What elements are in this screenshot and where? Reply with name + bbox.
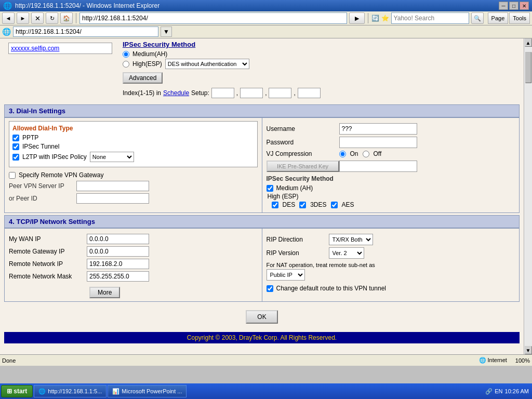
stop-button[interactable]: ✕	[31, 12, 44, 24]
internet-zone-icon: 🌐 Internet	[479, 357, 507, 364]
medium-ah-radio[interactable]	[123, 51, 129, 58]
selfip-input[interactable]: xxxxxx.selfip.com	[8, 43, 112, 54]
address-go-button[interactable]: ▶	[349, 12, 365, 24]
rip-direction-select[interactable]: TX/RX Both TX Only RX Only Disable	[329, 234, 373, 245]
vj-radio-group: On Off	[339, 150, 382, 157]
dropdown-arrow[interactable]: ▼	[161, 26, 172, 37]
more-button[interactable]: More	[89, 287, 120, 298]
change-route-checkbox[interactable]	[267, 285, 273, 292]
browser-title: http://192.168.1.1:5204/ - Windows Inter…	[15, 2, 159, 9]
forward-button[interactable]: ►	[17, 12, 29, 24]
start-button[interactable]: ⊞ start	[1, 385, 33, 397]
address-bar[interactable]: http://192.168.1.1:5204/	[79, 12, 347, 24]
des-label: DES	[283, 201, 296, 208]
change-route-label: Change default route to this VPN tunnel	[276, 285, 386, 292]
dial-in-right: Username ??? Password VJ Compression On	[262, 118, 520, 212]
home-button[interactable]: 🏠	[60, 12, 73, 24]
taskbar-right: 🔗 EN 10:26 AM	[485, 388, 531, 395]
links-bar: 🌐 ▼	[0, 25, 532, 38]
page-button[interactable]: Page	[488, 12, 509, 24]
tcpip-left: My WAN IP 0.0.0.0 Remote Gateway IP 0.0.…	[5, 229, 262, 301]
schedule-input-2[interactable]	[240, 88, 263, 98]
ie-icon: 🌐	[3, 2, 12, 10]
remote-gateway-row: Remote Gateway IP 0.0.0.0	[9, 246, 258, 257]
close-button[interactable]: ✕	[520, 2, 529, 10]
ike-input[interactable]	[339, 161, 417, 172]
refresh-icon: 🔄	[371, 15, 379, 22]
schedule-input-4[interactable]	[298, 88, 321, 98]
rip-version-select[interactable]: Ver. 2 Ver. 1 Ver. 1&2	[329, 247, 364, 259]
taskbar-ppt-item[interactable]: 📊 Microsoft PowerPoint ...	[108, 385, 187, 397]
l2tp-select[interactable]: None Nice to Have Must	[90, 152, 134, 162]
footer-text: Copyright © 2003, DrayTek Corp. All Righ…	[187, 334, 337, 341]
taskbar-ie-item[interactable]: 🌐 http://192.168.1.1:5...	[34, 385, 107, 397]
search-input[interactable]	[391, 12, 469, 24]
medium-ah-dial-checkbox[interactable]	[267, 185, 273, 192]
minimize-button[interactable]: ─	[499, 2, 508, 10]
ppt-taskbar-icon: 📊	[112, 388, 119, 395]
title-bar: 🌐 http://192.168.1.1:5204/ - Windows Int…	[0, 0, 532, 11]
ok-section: OK	[4, 302, 520, 332]
remote-mask-input[interactable]: 255.255.255.0	[87, 271, 149, 282]
taskbar-ie-label: http://192.168.1.1:5...	[48, 388, 102, 394]
start-icon: ⊞	[7, 388, 12, 395]
specify-vpn-label: Specify Remote VPN Gateway	[19, 171, 103, 179]
medium-ah-row: Medium(AH)	[123, 50, 515, 58]
peer-id-label: or Peer ID	[9, 195, 76, 202]
schedule-link[interactable]: Schedule	[163, 89, 189, 97]
scrollbar[interactable]: ▲ ▼	[524, 38, 532, 354]
aes-checkbox[interactable]	[331, 202, 338, 208]
back-button[interactable]: ◄	[2, 12, 15, 24]
esp-select[interactable]: DES without Authentication DES with Auth…	[165, 59, 249, 69]
link-address-bar[interactable]	[13, 26, 158, 37]
dial-in-left: Allowed Dial-In Type PPTP IPSec Tunnel	[5, 118, 262, 212]
vj-off-radio[interactable]	[363, 151, 369, 157]
medium-ah-dial-row: Medium (AH)	[267, 184, 515, 192]
scroll-up-button[interactable]: ▲	[525, 38, 532, 47]
vj-row: VJ Compression On Off	[267, 150, 515, 157]
rip-direction-row: RIP Direction TX/RX Both TX Only RX Only…	[267, 234, 515, 245]
schedule-input-3[interactable]	[269, 88, 291, 98]
scroll-thumb[interactable]	[525, 52, 531, 83]
peer-vpn-label: Peer VPN Server IP	[9, 182, 76, 190]
scroll-down-button[interactable]: ▼	[525, 346, 532, 354]
dial-in-content: Allowed Dial-In Type PPTP IPSec Tunnel	[4, 117, 520, 213]
search-button[interactable]: 🔍	[471, 12, 484, 24]
vj-on-radio[interactable]	[339, 151, 346, 157]
nat-select[interactable]: Public IP Private IP	[267, 269, 305, 281]
wan-ip-row: My WAN IP 0.0.0.0	[9, 234, 258, 244]
aes-label: AES	[342, 201, 354, 208]
ipsec-method-title: IPSec Security Method	[267, 175, 515, 182]
advanced-button[interactable]: Advanced	[123, 72, 163, 84]
ipsec-tunnel-checkbox[interactable]	[12, 143, 19, 150]
refresh-button[interactable]: ↻	[46, 12, 58, 24]
specify-vpn-checkbox[interactable]	[9, 172, 16, 179]
wan-ip-input[interactable]: 0.0.0.0	[87, 234, 149, 244]
peer-vpn-input[interactable]	[76, 181, 149, 191]
remote-network-row: Remote Network IP 192.168.2.0	[9, 259, 258, 269]
ike-preshared-button[interactable]: IKE Pre-Shared Key	[267, 161, 339, 172]
remote-gateway-label: Remote Gateway IP	[9, 248, 87, 255]
schedule-input-1[interactable]	[211, 88, 234, 98]
l2tp-checkbox[interactable]	[12, 154, 19, 161]
password-input[interactable]	[339, 137, 417, 148]
start-label: start	[14, 388, 27, 395]
tcpip-section-header: 4. TCP/IP Network Settings	[4, 215, 520, 228]
pptp-checkbox[interactable]	[12, 135, 19, 141]
remote-gateway-input[interactable]: 0.0.0.0	[87, 246, 149, 257]
pptp-label: PPTP	[22, 134, 38, 141]
index-label: Index(1-15) in	[123, 89, 161, 97]
setup-label: Setup:	[191, 89, 209, 97]
des3-label: 3DES	[310, 201, 326, 208]
des3-checkbox[interactable]	[299, 202, 306, 208]
username-label: Username	[267, 125, 339, 132]
ok-button[interactable]: OK	[246, 310, 277, 324]
username-input[interactable]: ???	[339, 123, 417, 135]
maximize-button[interactable]: □	[509, 2, 518, 10]
peer-id-input[interactable]	[76, 193, 149, 204]
des-checkbox[interactable]	[272, 202, 278, 208]
change-route-row: Change default route to this VPN tunnel	[267, 285, 515, 292]
tools-button[interactable]: Tools	[509, 12, 530, 24]
remote-network-input[interactable]: 192.168.2.0	[87, 259, 149, 269]
high-esp-radio[interactable]	[123, 61, 129, 68]
